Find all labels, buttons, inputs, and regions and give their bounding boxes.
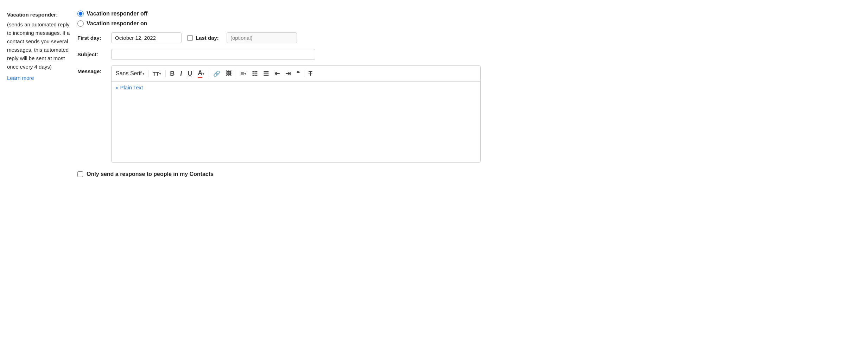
radio-on-text: Vacation responder on	[87, 20, 147, 27]
radio-on-label[interactable]: Vacation responder on	[77, 20, 861, 27]
toolbar-sep-1	[148, 70, 148, 77]
vacation-radio-group: Vacation responder off Vacation responde…	[77, 11, 861, 27]
font-color-chevron-icon: ▾	[202, 71, 204, 76]
only-contacts-checkbox[interactable]	[77, 171, 83, 177]
font-size-chevron-icon: ▾	[159, 71, 161, 76]
subject-label: Subject:	[77, 51, 106, 57]
indent-decrease-button[interactable]: ⇤	[272, 68, 282, 79]
font-family-label: Sans Serif	[116, 70, 142, 77]
clear-formatting-icon: T	[309, 70, 312, 77]
font-color-icon: A	[198, 69, 202, 78]
image-icon: 🖼	[226, 70, 232, 77]
link-icon: 🔗	[213, 70, 220, 77]
ordered-list-icon: ☷	[252, 70, 258, 77]
bold-icon: B	[170, 70, 175, 77]
vacation-section-desc: (sends an automated reply to incoming me…	[7, 20, 70, 71]
message-label: Message:	[77, 65, 106, 74]
align-chevron-icon: ▾	[244, 71, 246, 76]
font-color-button[interactable]: A ▾	[196, 68, 207, 79]
bold-button[interactable]: B	[168, 69, 177, 79]
font-size-button[interactable]: TT ▾	[151, 69, 163, 78]
indent-decrease-icon: ⇤	[274, 70, 280, 77]
first-day-input[interactable]	[111, 32, 182, 43]
only-contacts-label: Only send a response to people in my Con…	[87, 171, 214, 177]
font-family-chevron-icon: ▾	[142, 71, 145, 76]
learn-more-link[interactable]: Learn more	[7, 75, 34, 81]
radio-off-input[interactable]	[77, 11, 84, 17]
last-day-input[interactable]	[227, 32, 297, 43]
unordered-list-icon: ☰	[263, 70, 269, 77]
message-editor: Sans Serif ▾ TT ▾ B	[111, 65, 481, 163]
message-row: Message: Sans Serif ▾ TT ▾	[77, 65, 861, 163]
first-day-label: First day:	[77, 35, 106, 41]
radio-off-text: Vacation responder off	[87, 11, 147, 17]
radio-off-label[interactable]: Vacation responder off	[77, 11, 861, 17]
message-toolbar: Sans Serif ▾ TT ▾ B	[112, 66, 480, 82]
font-family-selector[interactable]: Sans Serif ▾	[114, 70, 146, 77]
italic-button[interactable]: I	[178, 69, 184, 79]
align-icon: ≡	[240, 70, 244, 77]
last-day-label: Last day:	[196, 35, 224, 41]
plain-text-link[interactable]: « Plain Text	[112, 82, 147, 92]
toolbar-sep-3	[209, 70, 209, 77]
clear-formatting-button[interactable]: T	[306, 69, 315, 79]
blockquote-icon: ❝	[296, 70, 300, 77]
underline-button[interactable]: U	[185, 69, 194, 79]
only-contacts-row: Only send a response to people in my Con…	[77, 171, 861, 177]
toolbar-sep-5	[304, 70, 304, 77]
indent-increase-icon: ⇥	[285, 70, 291, 77]
ordered-list-button[interactable]: ☷	[250, 68, 260, 79]
align-button[interactable]: ≡ ▾	[238, 69, 248, 79]
blockquote-button[interactable]: ❝	[294, 68, 302, 79]
unordered-list-button[interactable]: ☰	[261, 68, 271, 79]
vacation-section-title: Vacation responder:	[7, 11, 70, 19]
toolbar-sep-4	[236, 70, 236, 77]
link-button[interactable]: 🔗	[211, 69, 222, 78]
subject-row: Subject:	[77, 49, 861, 60]
date-row: First day: Last day:	[77, 32, 861, 43]
vacation-responder-section: Vacation responder: (sends an automated …	[7, 11, 861, 177]
image-button[interactable]: 🖼	[224, 69, 234, 78]
indent-increase-button[interactable]: ⇥	[283, 68, 293, 79]
font-size-label: TT	[153, 71, 159, 77]
vacation-left-label: Vacation responder: (sends an automated …	[7, 11, 77, 177]
subject-input[interactable]	[111, 49, 315, 60]
vacation-right-content: Vacation responder off Vacation responde…	[77, 11, 861, 177]
toolbar-sep-2	[165, 70, 166, 77]
last-day-group: Last day:	[187, 32, 297, 43]
radio-on-input[interactable]	[77, 20, 84, 27]
italic-icon: I	[180, 70, 182, 77]
underline-icon: U	[188, 70, 192, 77]
message-body[interactable]	[112, 92, 480, 162]
last-day-checkbox[interactable]	[187, 35, 193, 41]
